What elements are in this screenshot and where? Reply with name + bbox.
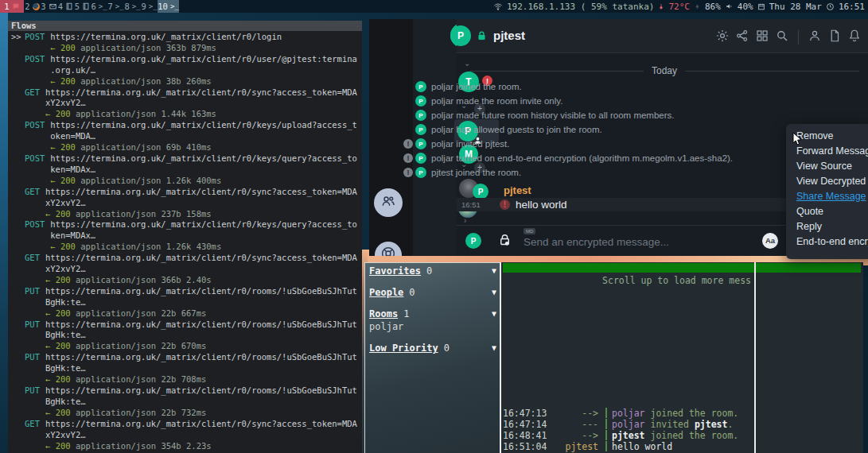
collapse-arrow-icon[interactable]: ▼ [492, 309, 496, 318]
flow-row[interactable]: >> GET https://termina.org.uk/_matrix/cl… [11, 187, 362, 220]
collapse-arrow-icon[interactable]: ▼ [492, 343, 496, 352]
context-menu-item[interactable]: Share Message [786, 189, 868, 204]
flow-row[interactable]: >> PUT https://termina.org.uk/_matrix/cl… [11, 319, 362, 353]
header-room-avatar[interactable]: P [450, 25, 471, 46]
http-method: PUT [25, 352, 40, 385]
flow-url: https://termina.org.uk/_matrix/client/r0… [45, 385, 362, 397]
temperature: 72°C [668, 2, 690, 12]
flows-list[interactable]: >> POST https://termina.org.uk/_matrix/c… [8, 31, 362, 451]
apps-grid-icon[interactable] [755, 29, 769, 46]
collapse-arrow-icon[interactable]: ▼ [492, 266, 496, 275]
event-avatar: P [415, 124, 426, 135]
chat-line: 16:47:14 --- poljar invited pjtest. [503, 419, 738, 430]
room-section-header[interactable]: Rooms1 ▼ [369, 308, 496, 319]
flow-row[interactable]: >> PUT https://termina.org.uk/_matrix/cl… [11, 286, 362, 319]
flow-response: ← 200 application/json 69b 410ms [50, 142, 362, 153]
room-title: pjtest [493, 19, 525, 52]
room-list-sidebar: Favorites0 ▼ People0 ▼ [364, 262, 500, 453]
line-timestamp: 16:51:04 [503, 441, 549, 452]
event-text: poljar made future room history visible … [431, 110, 675, 120]
workspace-8[interactable]: 8 >_ [124, 0, 141, 13]
flow-row[interactable]: >> GET https://termina.org.uk/_matrix/cl… [11, 87, 362, 121]
chevron-right-icon[interactable]: › [464, 216, 466, 225]
timeline-event[interactable]: P poljar joined the room. [369, 79, 868, 94]
workspace-3[interactable]: 3 [41, 0, 57, 13]
file-icon[interactable] [827, 29, 842, 46]
context-menu-item[interactable]: View Decrypted Source [786, 174, 868, 189]
composer-lock-icon [497, 232, 512, 251]
workspace-6[interactable]: 6 >_ [91, 0, 107, 13]
notifications-bell-icon[interactable] [847, 29, 862, 46]
flow-url-continuation: oken=MDA… [50, 131, 362, 142]
room-section-header[interactable]: People0 ▼ [369, 287, 496, 298]
context-menu-item[interactable]: View Source [786, 159, 868, 174]
room-section-header[interactable]: Low Priority0 ▼ [369, 343, 496, 354]
prefix-separator [605, 408, 607, 418]
event-dashes: --- [549, 419, 598, 430]
date: Thu 28 Mar [769, 2, 822, 12]
flow-row[interactable]: >> POST https://termina.org.uk/_matrix/c… [11, 54, 362, 87]
message-author: pjtest [549, 441, 598, 452]
timeline-event[interactable]: P poljar made the room invite only. [369, 94, 868, 108]
message-input[interactable]: Send an encrypted message... [524, 236, 669, 248]
workspace-1[interactable]: 1 [0, 0, 24, 13]
event-text: poljar made the room invite only. [431, 96, 562, 106]
context-menu-item[interactable]: Quote [786, 204, 868, 219]
composer-avatar: P [465, 233, 481, 249]
unverified-warning-icon: ! [403, 153, 413, 163]
pane-divider[interactable] [500, 262, 501, 453]
flow-row[interactable]: >> POST https://termina.org.uk/_matrix/c… [11, 219, 362, 253]
room-list-item[interactable]: poljar [369, 321, 496, 332]
message-sender-name[interactable]: pjtest [504, 184, 531, 196]
flow-row[interactable]: >> POST https://termina.org.uk/_matrix/c… [11, 32, 362, 54]
workspace-4[interactable]: 4 [57, 0, 74, 13]
room-section-header[interactable]: Favorites0 ▼ [369, 265, 496, 277]
pane-divider[interactable] [754, 262, 756, 453]
flow-row[interactable]: >> POST https://termina.org.uk/_matrix/c… [11, 153, 362, 187]
encryption-warning-icon: ! [500, 199, 510, 210]
event-avatar: P [415, 95, 426, 106]
workspace-2[interactable]: 2 [24, 0, 41, 13]
flow-row[interactable]: >> PUT https://termina.org.uk/_matrix/cl… [11, 352, 362, 385]
power-percent: 86% [705, 2, 721, 12]
collapse-arrow-icon[interactable]: ▼ [492, 288, 496, 296]
flow-response: ← 200 application/json 38b 260ms [50, 76, 362, 87]
explore-button[interactable] [375, 242, 402, 256]
context-menu-item[interactable]: End-to-end encryption [786, 234, 868, 250]
http-method: PUT [25, 385, 40, 419]
chat-icon [12, 2, 20, 10]
workspace-7[interactable]: 7 >_ [107, 0, 124, 13]
flow-row[interactable]: >> GET https://termina.org.uk/_matrix/cl… [11, 253, 362, 286]
flow-url-continuation: ken=MDAx… [50, 165, 362, 176]
share-icon[interactable] [735, 29, 749, 46]
flow-response: ← 200 application/json 237b 158ms [45, 209, 362, 220]
members-icon[interactable] [808, 29, 822, 46]
flow-response: ← 200 application/json 1.26k 430ms [50, 242, 362, 253]
status-area: 192.168.1.133 ( 59% tatanka) 72°C 86% 40… [493, 2, 868, 12]
context-menu-item[interactable]: Reply [786, 219, 868, 234]
workspace-10[interactable]: 10 >_ [158, 0, 179, 13]
selected-flow-marker: >> [11, 32, 25, 54]
search-icon[interactable] [775, 29, 789, 46]
flow-response: ← 200 application/json 22b 708ms [45, 374, 362, 385]
settings-icon[interactable] [715, 29, 730, 46]
flow-url-continuation: .org.uk/… [50, 65, 362, 76]
flow-url: https://termina.org.uk/_matrix/client/r0… [45, 253, 362, 264]
people-button[interactable] [374, 188, 403, 217]
event-avatar: P [415, 81, 426, 92]
timeline-event[interactable]: P poljar made future room history visibl… [369, 108, 868, 122]
event-text: joined the room. [650, 430, 738, 441]
event-text: poljar joined the room. [431, 82, 522, 91]
workspace-5[interactable]: 5 [74, 0, 91, 13]
http-method: PUT [25, 286, 40, 319]
flow-row[interactable]: >> GET https://termina.org.uk/_matrix/cl… [11, 419, 362, 452]
flow-row[interactable]: >> POST https://termina.org.uk/_matrix/c… [11, 120, 362, 153]
formatting-button[interactable]: Aa [762, 233, 778, 249]
prefix-separator [605, 441, 607, 451]
flow-row[interactable]: >> PUT https://termina.org.uk/_matrix/cl… [11, 385, 362, 419]
message-sender-avatar[interactable]: P [473, 184, 488, 199]
flow-url-continuation: BgHk:te… [45, 363, 362, 374]
workspace-9[interactable]: 9 >_ [141, 0, 158, 13]
terminal-icon: >_ [170, 2, 179, 10]
join-arrow: --> [549, 408, 598, 419]
